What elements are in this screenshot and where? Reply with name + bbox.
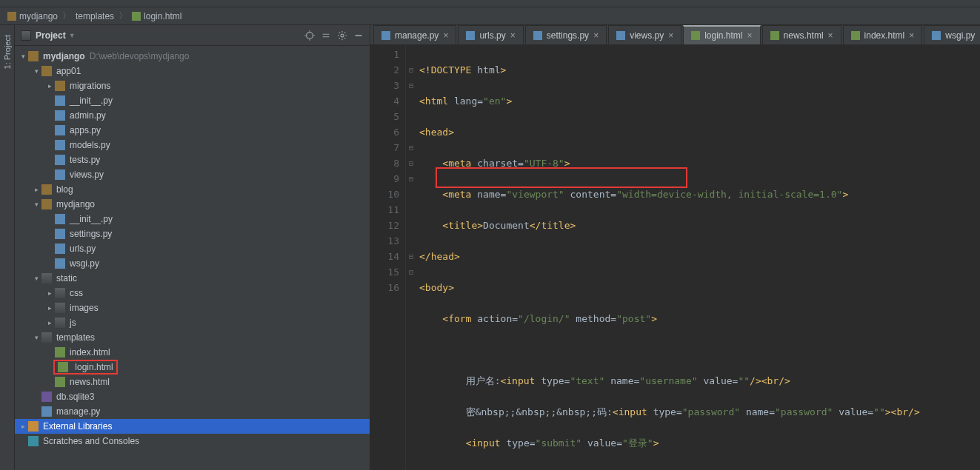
tree-indexhtml[interactable]: · index.html [15,345,370,360]
tree-modelspy[interactable]: · models.py [15,138,370,152]
tree-label: mydjango [56,199,95,209]
folder-icon [41,199,52,209]
folder-icon [41,332,52,343]
breadcrumb-root[interactable]: mydjango [7,11,58,21]
tree-root[interactable]: ▾ mydjango D:\web\devops\mydjango [15,49,370,64]
close-icon[interactable]: × [593,31,599,40]
tree-label: news.html [70,377,110,387]
tab-label: manage.py [395,30,439,41]
tree-images[interactable]: ▸ images [15,301,370,315]
tree-label: blog [56,184,73,195]
tree-appspy[interactable]: · apps.py [15,123,370,138]
tab-label: news.html [784,30,824,41]
close-icon[interactable]: × [443,31,448,40]
tree-label: images [70,303,99,313]
tab-manage[interactable]: manage.py× [373,25,456,44]
tree-label: css [70,288,83,298]
close-icon[interactable]: × [909,31,914,40]
collapse-icon[interactable] [319,29,333,42]
python-icon [55,155,65,165]
python-icon [533,31,542,40]
code-area[interactable]: <!DOCTYPE html> <html lang="en"> <head> … [416,45,980,470]
locate-icon[interactable] [303,29,316,42]
tree-js[interactable]: ▸ js [15,315,370,330]
breadcrumb-label: login.html [144,11,181,21]
tree-managepy[interactable]: · manage.py [15,404,370,419]
tooltab-project[interactable]: 1: Project [1,28,14,75]
tree-label: db.sqlite3 [56,392,94,402]
tab-index[interactable]: index.html× [843,25,923,44]
tree-label: tests.py [70,155,100,165]
breadcrumb-templates[interactable]: templates [76,11,114,21]
gear-icon[interactable] [336,29,349,42]
fold-gutter[interactable]: ⊟⊟⊟ ⊟⊟⊟⊟ [406,45,416,470]
svg-point-5 [341,34,344,37]
folder-icon [55,288,65,298]
tree-viewspy[interactable]: · views.py [15,167,370,182]
close-icon[interactable]: × [510,31,516,40]
html-icon [58,362,68,372]
tree-migrations[interactable]: ▸ migrations [15,78,370,93]
breadcrumb-file[interactable]: login.html [132,11,181,21]
python-icon [55,258,65,269]
tree-label: admin.py [70,110,106,121]
close-icon[interactable]: × [668,31,673,40]
tab-views[interactable]: views.py× [608,25,681,44]
tree-label: migrations [70,81,110,91]
tree-mydjango[interactable]: ▾ mydjango [15,197,370,212]
tree-wsgipy[interactable]: · wsgi.py [15,256,370,271]
project-tree[interactable]: ▾ mydjango D:\web\devops\mydjango ▾ app0… [15,46,370,470]
folder-icon [41,66,52,76]
tree-loginhtml[interactable]: · login.html [15,360,370,375]
tree-urlspy[interactable]: · urls.py [15,241,370,256]
python-icon [381,31,390,40]
tree-label: urls.py [70,244,96,254]
editor-body[interactable]: 1234 5678 9101112 13141516 ⊟⊟⊟ ⊟⊟⊟⊟ <!DO… [370,45,980,470]
tree-css[interactable]: ▸ css [15,286,370,301]
tab-label: index.html [864,30,905,41]
project-panel: Project ▼ ▾ mydjango D:\web\devops\mydja… [15,25,370,470]
close-icon[interactable]: × [747,31,753,40]
close-icon[interactable]: × [828,31,833,40]
tree-newshtml[interactable]: · news.html [15,375,370,389]
tab-login[interactable]: login.html× [683,25,760,44]
python-icon [55,229,65,239]
tree-static[interactable]: ▾ static [15,271,370,286]
tree-external-libraries[interactable]: ▸ External Libraries [15,419,370,434]
tree-testspy[interactable]: · tests.py [15,152,370,167]
tree-initpy[interactable]: · __init__.py [15,93,370,108]
tab-label: urls.py [479,30,505,41]
folder-icon [55,81,65,91]
svg-point-0 [307,32,313,38]
tree-app01[interactable]: ▾ app01 [15,64,370,78]
folder-icon [41,184,52,195]
tree-label: login.html [75,362,113,372]
tree-label: __init__.py [70,95,113,106]
tab-settings[interactable]: settings.py× [525,25,607,44]
tree-adminpy[interactable]: · admin.py [15,108,370,123]
tree-blog[interactable]: ▸ blog [15,182,370,197]
python-icon [55,214,65,224]
folder-icon [28,51,39,61]
tree-scratches[interactable]: · Scratches and Consoles [15,434,370,449]
tree-label: Scratches and Consoles [43,436,139,446]
tree-label: templates [56,332,95,343]
tab-news[interactable]: news.html× [762,25,841,44]
hide-icon[interactable] [352,29,365,42]
html-icon [770,31,779,40]
html-icon [132,12,141,21]
tree-initpy2[interactable]: · __init__.py [15,212,370,226]
tree-dbsqlite[interactable]: · db.sqlite3 [15,389,370,404]
html-icon [55,377,65,387]
html-icon [55,347,65,357]
tree-templates[interactable]: ▾ templates [15,330,370,345]
tab-wsgi[interactable]: wsgi.py× [924,25,980,44]
tree-settingspy[interactable]: · settings.py [15,226,370,241]
tree-label: settings.py [70,229,112,239]
tree-label: apps.py [70,125,101,135]
folder-icon [55,318,65,328]
tree-label: models.py [70,140,110,150]
tree-label: wsgi.py [70,258,99,269]
tab-urls[interactable]: urls.py× [458,25,523,44]
chevron-down-icon[interactable]: ▼ [69,32,76,39]
